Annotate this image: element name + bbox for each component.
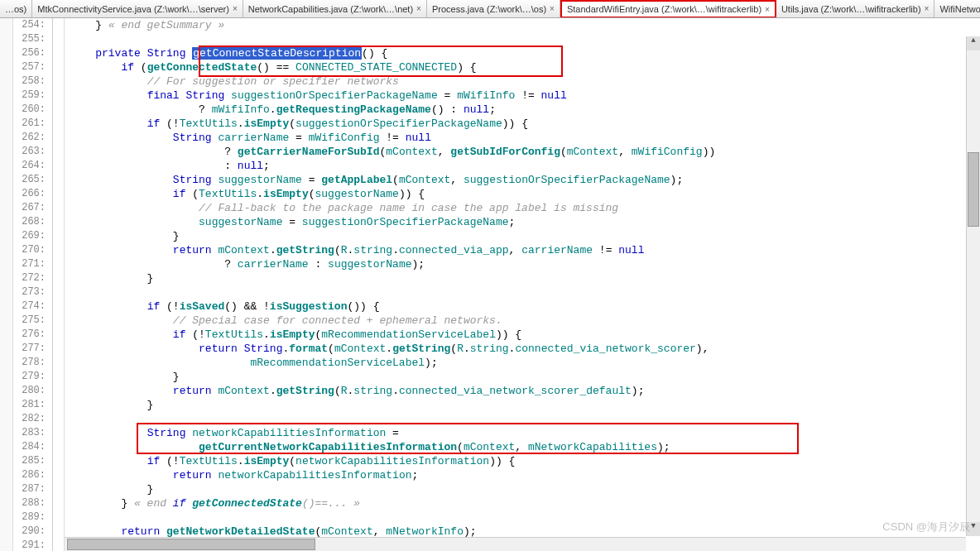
- tab-close-icon[interactable]: ×: [233, 4, 238, 13]
- code-line[interactable]: [70, 285, 980, 299]
- line-number: 260:: [13, 103, 49, 117]
- tab-close-icon[interactable]: ×: [765, 5, 770, 14]
- horizontal-scroll-thumb[interactable]: [67, 539, 315, 550]
- line-number: 288:: [13, 496, 49, 510]
- marker-gutter: [0, 18, 13, 551]
- code-line[interactable]: [70, 510, 980, 525]
- code-line[interactable]: ? carrierName : suggestorName);: [70, 257, 980, 271]
- code-line[interactable]: if (TextUtils.isEmpty(suggestorName)) {: [70, 187, 980, 201]
- code-line[interactable]: }: [70, 482, 980, 496]
- line-number: 261:: [13, 117, 49, 131]
- line-number: 273:: [13, 285, 49, 299]
- code-line[interactable]: return String.format(mContext.getString(…: [70, 342, 980, 356]
- line-number: 269:: [13, 229, 49, 243]
- code-line[interactable]: }: [70, 229, 980, 243]
- scroll-up-icon[interactable]: ▲: [967, 36, 980, 50]
- code-line[interactable]: if (!TextUtils.isEmpty(networkCapabiliti…: [70, 454, 980, 468]
- code-line[interactable]: } « end getSummary »: [70, 18, 980, 32]
- code-line[interactable]: ? getCarrierNameForSubId(mContext, getSu…: [70, 145, 980, 159]
- line-number: 277:: [13, 342, 49, 356]
- tab-standardwifientry-java[interactable]: StandardWifiEntry.java (Z:\work\…\wifitr…: [560, 0, 776, 18]
- line-number: 281:: [13, 398, 49, 412]
- code-line[interactable]: }: [70, 370, 980, 384]
- line-number: 282:: [13, 412, 49, 426]
- line-number: 267:: [13, 201, 49, 215]
- tab-close-icon[interactable]: ×: [925, 4, 930, 13]
- line-number: 289:: [13, 510, 49, 525]
- line-number: 272:: [13, 271, 49, 285]
- code-area[interactable]: } « end getSummary » private String getC…: [65, 18, 980, 551]
- line-number: 270:: [13, 243, 49, 257]
- code-line[interactable]: [70, 412, 980, 426]
- vertical-scroll-thumb[interactable]: [968, 152, 979, 227]
- code-line[interactable]: getCurrentNetworkCapabilitiesInformation…: [70, 440, 980, 454]
- line-number: 268:: [13, 215, 49, 229]
- line-number: 284:: [13, 440, 49, 454]
- tab-process-java[interactable]: Process.java (Z:\work\…\os)×: [427, 0, 560, 17]
- tab-close-icon[interactable]: ×: [416, 4, 421, 13]
- code-line[interactable]: // Fall-back to the package name in case…: [70, 201, 980, 215]
- horizontal-scrollbar[interactable]: [65, 537, 966, 551]
- code-line[interactable]: return mContext.getString(R.string.conne…: [70, 243, 980, 257]
- code-line[interactable]: suggestorName = suggestionOrSpecifierPac…: [70, 215, 980, 229]
- tab-mtkconnectivityservice-java[interactable]: MtkConnectivityService.java (Z:\work\…\s…: [32, 0, 243, 17]
- line-number: 255:: [13, 32, 49, 46]
- tab-wifinetworkselector-java[interactable]: WifiNetworkSelector.java (Z:\work\…\w: [934, 0, 980, 17]
- scroll-down-icon[interactable]: ▼: [967, 522, 980, 536]
- code-line[interactable]: [70, 32, 980, 46]
- line-number: 271:: [13, 257, 49, 271]
- code-line[interactable]: private String getConnectStateDescriptio…: [70, 46, 980, 60]
- line-number-gutter: 254:255:256:257:258:259:260:261:262:263:…: [13, 18, 53, 551]
- line-number: 279:: [13, 370, 49, 384]
- line-number: 257:: [13, 60, 49, 74]
- vertical-scrollbar[interactable]: ▲ ▼: [966, 36, 980, 536]
- fold-gutter: [53, 18, 65, 551]
- line-number: 285:: [13, 454, 49, 468]
- code-line[interactable]: }: [70, 271, 980, 285]
- selection-highlight: getConnectStateDescription: [192, 47, 362, 60]
- code-line[interactable]: ? mWifiInfo.getRequestingPackageName() :…: [70, 103, 980, 117]
- code-line[interactable]: String networkCapabilitiesInformation =: [70, 426, 980, 440]
- line-number: 259:: [13, 89, 49, 103]
- code-line[interactable]: mRecommendationServiceLabel);: [70, 356, 980, 370]
- tab-networkcapabilities-java[interactable]: NetworkCapabilities.java (Z:\work\…\net)…: [243, 0, 427, 17]
- line-number: 280:: [13, 384, 49, 398]
- line-number: 266:: [13, 187, 49, 201]
- line-number: 256:: [13, 46, 49, 60]
- code-line[interactable]: String carrierName = mWifiConfig != null: [70, 131, 980, 145]
- line-number: 275:: [13, 314, 49, 328]
- code-line[interactable]: final String suggestionOrSpecifierPackag…: [70, 89, 980, 103]
- line-number: 286:: [13, 468, 49, 482]
- code-line[interactable]: } « end if getConnectedState()==... »: [70, 496, 980, 510]
- line-number: 274:: [13, 299, 49, 314]
- line-number: 291:: [13, 539, 49, 551]
- line-number: 263:: [13, 145, 49, 159]
- line-number: 283:: [13, 426, 49, 440]
- code-line[interactable]: String suggestorName = getAppLabel(mCont…: [70, 173, 980, 187]
- code-line[interactable]: if (!isSaved() && !isSuggestion()) {: [70, 299, 980, 314]
- line-number: 278:: [13, 356, 49, 370]
- line-number: 258:: [13, 74, 49, 89]
- tab-close-icon[interactable]: ×: [550, 4, 555, 13]
- code-editor: 254:255:256:257:258:259:260:261:262:263:…: [0, 18, 980, 551]
- line-number: 287:: [13, 482, 49, 496]
- tab--os-[interactable]: …os): [0, 0, 32, 17]
- code-line[interactable]: if (!TextUtils.isEmpty(suggestionOrSpeci…: [70, 117, 980, 131]
- line-number: 290:: [13, 525, 49, 539]
- line-number: 262:: [13, 131, 49, 145]
- line-number: 265:: [13, 173, 49, 187]
- code-line[interactable]: if (getConnectedState() == CONNECTED_STA…: [70, 60, 980, 74]
- code-line[interactable]: if (!TextUtils.isEmpty(mRecommendationSe…: [70, 328, 980, 342]
- code-line[interactable]: // For suggestion or specifier networks: [70, 74, 980, 89]
- line-number: 264:: [13, 159, 49, 173]
- code-line[interactable]: return mContext.getString(R.string.conne…: [70, 384, 980, 398]
- tab-bar: …os)MtkConnectivityService.java (Z:\work…: [0, 0, 980, 18]
- code-line[interactable]: return networkCapabilitiesInformation;: [70, 468, 980, 482]
- tab-utils-java[interactable]: Utils.java (Z:\work\…\wifitrackerlib)×: [776, 0, 935, 17]
- code-line[interactable]: : null;: [70, 159, 980, 173]
- code-line[interactable]: }: [70, 398, 980, 412]
- line-number: 254:: [13, 18, 49, 32]
- code-line[interactable]: // Special case for connected + ephemera…: [70, 314, 980, 328]
- line-number: 276:: [13, 328, 49, 342]
